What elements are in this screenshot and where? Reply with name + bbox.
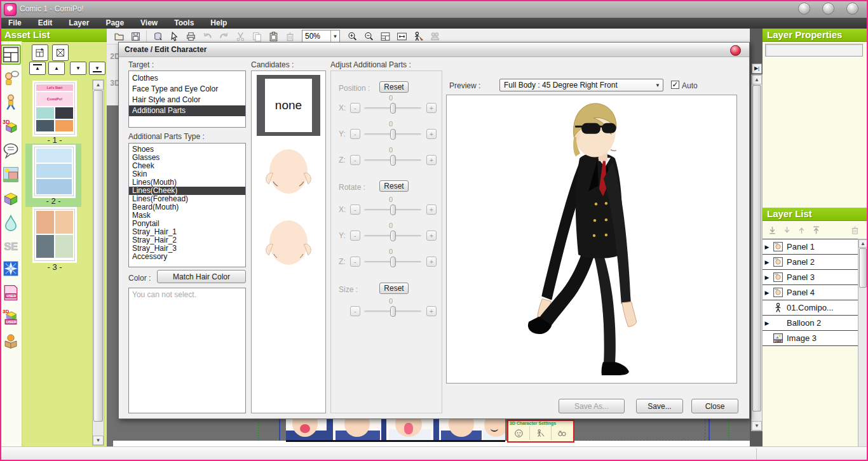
tab-user-character[interactable] xyxy=(2,332,20,350)
position-reset-button[interactable]: Reset xyxy=(379,81,409,93)
comic-panel-strip[interactable] xyxy=(286,419,505,442)
decrement-button[interactable]: - xyxy=(350,155,360,165)
tab-water-effect[interactable] xyxy=(2,214,20,232)
previous-page-button[interactable]: ▲ xyxy=(48,62,65,75)
save-as-button[interactable]: Save As... xyxy=(559,399,625,413)
tab-character[interactable] xyxy=(2,69,20,87)
decrement-button[interactable]: - xyxy=(350,230,360,241)
increment-button[interactable]: + xyxy=(426,155,437,165)
increment-button[interactable]: + xyxy=(426,103,437,113)
move-to-bottom-icon[interactable] xyxy=(768,225,777,235)
layer-row-balloon[interactable]: ▶ Balloon 2 xyxy=(763,316,868,331)
tab-panel-layout[interactable] xyxy=(1,44,21,65)
menu-view[interactable]: View xyxy=(132,18,166,29)
candidate-none[interactable]: none xyxy=(257,75,320,136)
layer-row-panel1[interactable]: ▶ Panel 1 xyxy=(763,239,868,255)
slider-track[interactable] xyxy=(364,133,421,135)
slider-thumb[interactable] xyxy=(390,103,396,114)
slider-track[interactable] xyxy=(364,107,421,109)
tab-3d-item[interactable]: 3D xyxy=(2,117,20,135)
pose-settings-button[interactable] xyxy=(530,426,552,440)
zoom-out-icon[interactable] xyxy=(360,30,377,43)
move-up-icon[interactable] xyxy=(797,225,806,235)
candidate-cheek-line-1[interactable] xyxy=(257,141,320,207)
slider-thumb[interactable] xyxy=(390,306,396,317)
slider-thumb[interactable] xyxy=(390,129,396,140)
increment-button[interactable]: + xyxy=(426,306,437,316)
layer-row-image[interactable]: USER Image 3 xyxy=(763,331,868,346)
fit-width-icon[interactable] xyxy=(393,30,410,43)
parts-item[interactable]: Accessory xyxy=(129,253,245,261)
move-to-top-icon[interactable] xyxy=(811,225,821,235)
increment-button[interactable]: + xyxy=(426,230,437,241)
print-icon[interactable] xyxy=(182,30,199,43)
panel-grid-icon[interactable] xyxy=(377,30,393,43)
asset-list-scrollbar[interactable]: ▲ ▼ xyxy=(92,79,104,446)
close-button[interactable] xyxy=(846,3,858,15)
decrement-button[interactable]: - xyxy=(350,257,360,267)
open-icon[interactable] xyxy=(111,30,127,43)
tab-walking-character[interactable] xyxy=(2,93,20,111)
move-down-icon[interactable] xyxy=(782,225,792,235)
character-settings-popup[interactable]: 3D Character Settings xyxy=(507,420,574,443)
slider-track[interactable] xyxy=(364,261,421,263)
menu-tools[interactable]: Tools xyxy=(166,18,202,29)
scroll-up-icon[interactable]: ▲ xyxy=(752,75,762,84)
slider-track[interactable] xyxy=(364,209,421,211)
decrement-button[interactable]: - xyxy=(350,306,360,316)
canvas-scroll-thumb[interactable] xyxy=(752,85,761,411)
dialog-title-bar[interactable]: Create / Edit Character xyxy=(119,43,749,57)
tab-sound-effect[interactable]: SE xyxy=(2,237,20,255)
expander-icon[interactable]: ▶ xyxy=(763,274,771,281)
first-page-button[interactable]: ▲ xyxy=(29,62,46,75)
preview-angle-dropdown[interactable]: Full Body : 45 Degree Right Front ▼ xyxy=(499,79,663,91)
slider-thumb[interactable] xyxy=(390,230,396,241)
save-icon[interactable] xyxy=(127,30,144,43)
next-page-button[interactable]: ▼ xyxy=(70,62,86,75)
page-thumbnail-3[interactable] xyxy=(34,209,75,261)
asset-scroll-thumb[interactable] xyxy=(93,90,103,422)
pose-tool-icon[interactable] xyxy=(410,30,426,43)
delete-page-button[interactable] xyxy=(52,44,69,61)
tab-user-3d[interactable]: 3DUSER xyxy=(2,308,20,326)
target-item-face[interactable]: Face Type and Eye Color xyxy=(129,84,245,95)
expander-icon[interactable]: ▶ xyxy=(763,244,771,250)
target-item-clothes[interactable]: Clothes xyxy=(129,73,245,84)
zoom-level-dropdown[interactable]: 50%▼ xyxy=(302,30,340,43)
face-settings-button[interactable] xyxy=(508,426,530,440)
slider-thumb[interactable] xyxy=(390,155,396,166)
minimize-button[interactable] xyxy=(798,3,810,15)
rotate-reset-button[interactable]: Reset xyxy=(379,180,409,192)
expander-icon[interactable]: ▶ xyxy=(763,290,771,296)
increment-button[interactable]: + xyxy=(426,257,437,267)
canvas-vertical-scrollbar[interactable]: ▲ ▼ xyxy=(751,74,763,431)
scroll-up-icon[interactable]: ▲ xyxy=(858,239,867,248)
expander-icon[interactable]: ▶ xyxy=(763,320,771,326)
tab-user-2d[interactable]: USER xyxy=(2,284,20,302)
slider-track[interactable] xyxy=(364,235,421,237)
add-page-button[interactable] xyxy=(32,44,48,61)
maximize-button[interactable] xyxy=(822,3,834,15)
delete-layer-icon[interactable] xyxy=(850,225,860,235)
title-bar[interactable]: Comic 1 - ComiPo! xyxy=(0,0,868,18)
increment-button[interactable]: + xyxy=(426,204,437,215)
expander-icon[interactable]: ▶ xyxy=(763,259,771,265)
slider-track[interactable] xyxy=(364,159,421,161)
target-item-hair[interactable]: Hair Style and Color xyxy=(129,95,245,105)
slider-thumb[interactable] xyxy=(390,257,396,267)
paste-icon[interactable] xyxy=(265,30,281,43)
target-item-additional-parts[interactable]: Additional Parts xyxy=(129,105,245,116)
layer-row-character[interactable]: 01.Comipo... xyxy=(763,300,868,316)
scroll-down-icon[interactable]: ▼ xyxy=(752,421,762,431)
slider-track[interactable] xyxy=(364,311,421,312)
tab-background[interactable] xyxy=(2,166,20,184)
page-thumbnail-2[interactable] xyxy=(34,147,74,196)
last-page-button[interactable]: ▼ xyxy=(89,62,105,75)
scroll-up-icon[interactable]: ▲ xyxy=(93,80,104,90)
zoom-in-icon[interactable] xyxy=(344,30,360,43)
match-hair-color-button[interactable]: Match Hair Color xyxy=(157,270,246,283)
tab-item-cube[interactable] xyxy=(2,190,20,208)
page-thumbnail-1[interactable]: Let's Start ComiPo! xyxy=(34,83,75,135)
menu-page[interactable]: Page xyxy=(97,18,132,29)
scroll-down-icon[interactable]: ▼ xyxy=(93,436,104,445)
